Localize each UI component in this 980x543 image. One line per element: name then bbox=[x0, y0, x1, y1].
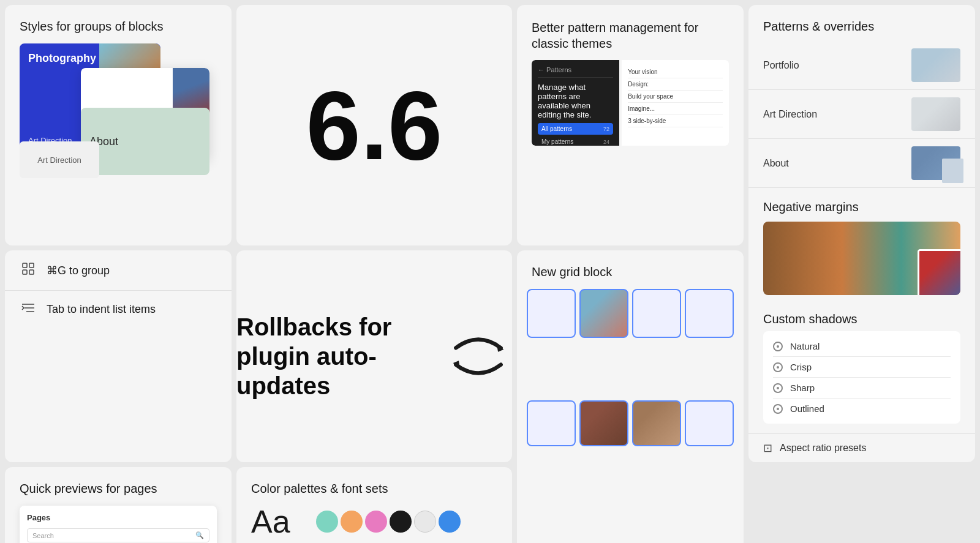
pages-header: Pages bbox=[27, 513, 209, 522]
po-portfolio-thumb bbox=[911, 48, 960, 82]
swatch-teal bbox=[316, 511, 338, 533]
aspect-ratio-section: ⊡ Aspect ratio presets bbox=[748, 433, 975, 462]
grid-cell-3 bbox=[632, 289, 681, 338]
shadow-crisp: Crisp bbox=[773, 357, 951, 378]
shadow-items-container: Natural Crisp Sharp Outlined bbox=[763, 331, 960, 424]
grid-preview-row1 bbox=[517, 289, 744, 400]
po-item-portfolio: Portfolio bbox=[748, 41, 975, 90]
shadow-dot-sharp bbox=[773, 383, 783, 393]
swatch-pink bbox=[365, 511, 387, 533]
po-about-label: About bbox=[763, 158, 789, 169]
version-number: 6.6 bbox=[306, 77, 442, 174]
svg-rect-0 bbox=[23, 263, 27, 268]
shadow-dot-natural bbox=[773, 342, 783, 351]
quick-preview-title: Quick previews for pages bbox=[20, 482, 217, 496]
card-version: 6.6 bbox=[236, 5, 512, 245]
card-rollbacks: Rollbacks for plugin auto-updates bbox=[236, 250, 512, 462]
patterns-overrides-title: Patterns & overrides bbox=[748, 5, 975, 41]
shortcut-tab: Tab to indent list items bbox=[5, 291, 232, 328]
pattern-right-1: Your vision bbox=[628, 66, 723, 78]
card-shortcuts: ⌘G to group Tab to indent list items bbox=[5, 250, 232, 462]
grid-cell2-photo2 bbox=[632, 400, 681, 446]
pattern-right-2: Design: bbox=[628, 78, 723, 91]
swatch-tan bbox=[341, 511, 363, 533]
grid-cell2-photo1 bbox=[579, 400, 628, 446]
negative-margins-title: Negative margins bbox=[763, 200, 960, 214]
pattern-item-my[interactable]: My patterns 24 bbox=[538, 136, 613, 146]
grid-cell-1 bbox=[527, 289, 576, 338]
swatch-black bbox=[390, 511, 412, 533]
card-styles-blocks: Styles for groups of blocks Photography … bbox=[5, 5, 232, 245]
swatch-light bbox=[414, 511, 436, 533]
patterns-left-panel: ← Patterns Manage what patterns are avai… bbox=[532, 60, 619, 146]
shadow-outlined-label: Outlined bbox=[790, 403, 824, 414]
po-art-label: Art Direction bbox=[763, 109, 817, 120]
svg-rect-3 bbox=[29, 270, 34, 274]
shadow-dot-crisp bbox=[773, 362, 783, 372]
art-block: Art Direction bbox=[20, 141, 99, 178]
po-portfolio-label: Portfolio bbox=[763, 60, 799, 71]
pattern-right-5: 3 side-by-side bbox=[628, 115, 723, 127]
swatches-1 bbox=[316, 511, 497, 533]
blocks-preview: Photography Art Direction Portfolio Abou… bbox=[20, 43, 217, 178]
po-item-art-direction: Art Direction bbox=[748, 90, 975, 139]
styles-blocks-title: Styles for groups of blocks bbox=[20, 20, 217, 34]
patterns-mgmt-heading: Manage what patterns are available when … bbox=[538, 83, 613, 119]
shadow-natural-label: Natural bbox=[790, 341, 820, 351]
rollbacks-icon bbox=[445, 323, 512, 390]
card-color-palettes: Color palettes & font sets Aa Aa bbox=[236, 467, 512, 543]
negative-margins-preview bbox=[763, 222, 960, 295]
po-item-about: About bbox=[748, 139, 975, 188]
svg-rect-1 bbox=[29, 263, 34, 268]
patterns-screenshot: ← Patterns Manage what patterns are avai… bbox=[532, 60, 729, 146]
indent-icon bbox=[20, 302, 37, 317]
po-art-thumb bbox=[911, 97, 960, 131]
po-about-thumb bbox=[911, 146, 960, 180]
grid-block-title: New grid block bbox=[517, 250, 744, 289]
group-shortcut-label: ⌘G to group bbox=[47, 264, 110, 277]
card-quick-preview: Quick previews for pages Pages Search 🔍 … bbox=[5, 467, 232, 543]
pattern-right-3: Build your space bbox=[628, 91, 723, 103]
grid-preview-row2 bbox=[517, 400, 744, 456]
shadow-natural: Natural bbox=[773, 336, 951, 357]
patterns-right-panel: Your vision Design: Build your space Ima… bbox=[622, 60, 729, 146]
svg-rect-2 bbox=[23, 270, 27, 274]
patterns-header: ← Patterns bbox=[538, 66, 613, 78]
shadow-dot-outlined bbox=[773, 404, 783, 414]
pattern-right-4: Imagine... bbox=[628, 103, 723, 115]
search-placeholder: Search bbox=[32, 532, 54, 539]
pattern-item-all[interactable]: All patterns 72 bbox=[538, 123, 613, 135]
pages-search[interactable]: Search 🔍 bbox=[27, 528, 209, 542]
grid-cell-photo1 bbox=[579, 289, 628, 338]
custom-shadows-section: Custom shadows Natural Crisp Sharp Outli… bbox=[748, 302, 975, 433]
aspect-ratio-icon: ⊡ bbox=[763, 441, 772, 455]
pages-screenshot: Pages Search 🔍 About Zoryana · Published bbox=[20, 506, 217, 543]
rollbacks-text: Rollbacks for plugin auto-updates bbox=[236, 312, 425, 400]
grid-cell-4 bbox=[685, 289, 734, 338]
custom-shadows-title: Custom shadows bbox=[763, 312, 960, 326]
art-label: Art Direction bbox=[37, 155, 81, 165]
search-icon: 🔍 bbox=[195, 531, 204, 539]
card-patterns-overrides: Patterns & overrides Portfolio Art Direc… bbox=[748, 5, 975, 462]
grid-cell2-1 bbox=[527, 400, 576, 446]
aspect-ratio-label: Aspect ratio presets bbox=[780, 443, 866, 454]
shadow-sharp: Sharp bbox=[773, 378, 951, 399]
grid-cell2-4 bbox=[685, 400, 734, 446]
font-row-1: Aa bbox=[251, 506, 497, 537]
shadow-crisp-label: Crisp bbox=[790, 362, 812, 372]
tab-shortcut-label: Tab to indent list items bbox=[47, 303, 156, 316]
negative-margins-section: Negative margins bbox=[748, 188, 975, 302]
shadow-outlined: Outlined bbox=[773, 399, 951, 419]
nm-overlay bbox=[918, 249, 960, 295]
card-grid-block: New grid block bbox=[517, 250, 744, 543]
color-palettes-title: Color palettes & font sets bbox=[251, 482, 497, 496]
group-icon bbox=[20, 261, 37, 279]
swatch-blue bbox=[439, 511, 461, 533]
patterns-mgmt-title: Better pattern management for classic th… bbox=[532, 20, 729, 51]
card-patterns-management: Better pattern management for classic th… bbox=[517, 5, 744, 245]
about-block: About bbox=[81, 108, 209, 175]
shadow-sharp-label: Sharp bbox=[790, 383, 815, 393]
font-sample-1: Aa bbox=[251, 506, 306, 537]
shortcut-group: ⌘G to group bbox=[5, 250, 232, 291]
